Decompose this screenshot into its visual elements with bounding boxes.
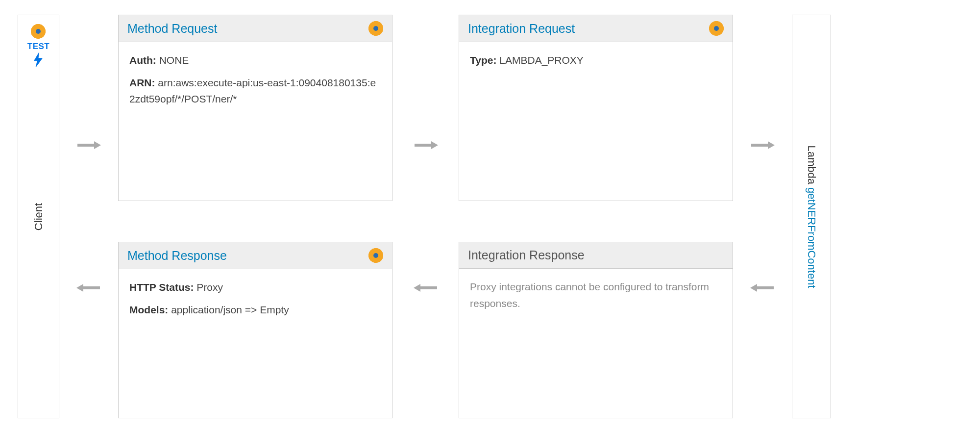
card-header: Integration Response [459, 242, 733, 269]
target-icon [31, 24, 46, 39]
client-panel: TEST Client [18, 15, 59, 418]
type-label: Type: [470, 54, 496, 66]
card-title[interactable]: Method Response [127, 249, 227, 263]
svg-marker-3 [76, 284, 83, 292]
test-label: TEST [27, 42, 49, 51]
card-header: Integration Request [459, 15, 733, 42]
arrow-right-icon [750, 140, 775, 150]
card-header: Method Request [119, 15, 392, 42]
method-execution-diagram: TEST Client Method Request Auth: NONE [0, 0, 980, 433]
type-value: LAMBDA_PROXY [499, 54, 584, 66]
http-status-label: HTTP Status: [129, 281, 194, 293]
svg-marker-1 [94, 141, 101, 149]
svg-marker-9 [768, 141, 775, 149]
arrow-left-icon [414, 283, 438, 293]
method-column: Method Request Auth: NONE ARN: arn:aws:e… [118, 15, 392, 418]
models-label: Models: [129, 304, 168, 315]
client-test-block[interactable]: TEST [27, 15, 49, 70]
card-header: Method Response [119, 242, 392, 269]
integration-response-card: Integration Response Proxy integrations … [459, 242, 733, 418]
auth-value: NONE [159, 54, 189, 66]
card-title[interactable]: Integration Request [468, 22, 575, 36]
http-status-value: Proxy [196, 281, 223, 293]
arrow-col-1 [59, 15, 118, 418]
card-body: Proxy integrations cannot be configured … [459, 269, 733, 327]
arrow-right-icon [76, 140, 101, 150]
svg-marker-7 [414, 284, 420, 292]
lambda-panel: Lambda getNERFromContent [792, 15, 831, 418]
arrow-left-icon [76, 283, 101, 293]
svg-marker-11 [750, 284, 757, 292]
svg-marker-5 [431, 141, 438, 149]
auth-label: Auth: [129, 54, 156, 66]
method-request-card[interactable]: Method Request Auth: NONE ARN: arn:aws:e… [118, 15, 392, 201]
card-title[interactable]: Method Request [127, 22, 217, 36]
arrow-left-icon [750, 283, 775, 293]
target-icon [368, 21, 383, 36]
card-title: Integration Response [468, 248, 585, 262]
method-response-card[interactable]: Method Response HTTP Status: Proxy Model… [118, 242, 392, 418]
target-icon [709, 21, 724, 36]
arrow-col-2 [392, 15, 459, 418]
arrow-right-icon [414, 140, 438, 150]
card-body: HTTP Status: Proxy Models: application/j… [119, 269, 392, 333]
client-panel-label: Client [32, 203, 45, 230]
lambda-prefix: Lambda [806, 145, 818, 187]
card-body: Type: LAMBDA_PROXY [459, 42, 733, 84]
integration-response-message: Proxy integrations cannot be configured … [470, 279, 722, 311]
arn-value: arn:aws:execute-api:us-east-1:0904081801… [129, 77, 376, 105]
arn-label: ARN: [129, 77, 155, 88]
models-value: application/json => Empty [171, 304, 289, 315]
integration-request-card[interactable]: Integration Request Type: LAMBDA_PROXY [459, 15, 733, 201]
arrow-col-3 [733, 15, 792, 418]
lambda-panel-label: Lambda getNERFromContent [805, 145, 818, 288]
target-icon [368, 248, 383, 263]
lambda-function-link[interactable]: getNERFromContent [806, 187, 818, 288]
lightning-icon [33, 52, 43, 70]
card-body: Auth: NONE ARN: arn:aws:execute-api:us-e… [119, 42, 392, 123]
integration-column: Integration Request Type: LAMBDA_PROXY I… [459, 15, 733, 418]
